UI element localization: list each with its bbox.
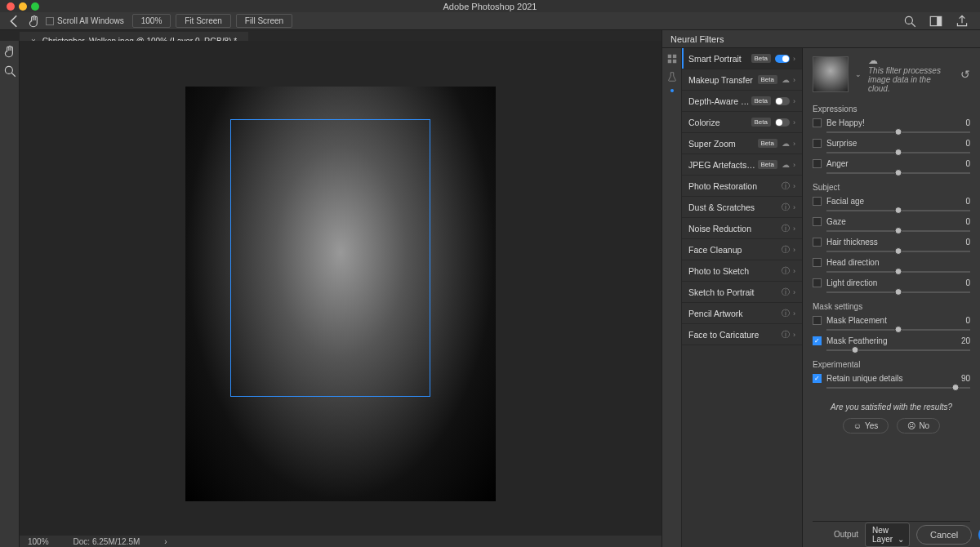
filter-item-sketch-to-portrait[interactable]: Sketch to Portraitⓘ›: [682, 282, 802, 303]
info-icon[interactable]: ⓘ: [782, 308, 790, 319]
slider-checkbox[interactable]: [813, 139, 822, 148]
info-icon[interactable]: ⓘ: [782, 287, 790, 298]
status-chevron-icon[interactable]: ›: [164, 537, 167, 546]
filter-item-jpeg-artefacts-r-[interactable]: JPEG Artefacts R...Beta☁›: [682, 154, 802, 176]
slider-checkbox[interactable]: [813, 316, 822, 325]
filter-item-photo-to-sketch[interactable]: Photo to Sketchⓘ›: [682, 260, 802, 282]
filter-item-noise-reduction[interactable]: Noise Reductionⓘ›: [682, 218, 802, 239]
info-icon[interactable]: ⓘ: [782, 223, 790, 234]
slider-checkbox[interactable]: [813, 197, 822, 206]
search-icon[interactable]: [902, 14, 918, 29]
slider-track[interactable]: [826, 387, 970, 389]
filter-name: Makeup Transfer: [688, 75, 758, 85]
zoom-level-button[interactable]: 100%: [132, 14, 172, 28]
slider-checkbox[interactable]: [813, 217, 822, 226]
slider-track[interactable]: [826, 152, 970, 153]
feedback-no-button[interactable]: ☹No: [897, 418, 940, 434]
filter-item-face-to-caricature[interactable]: Face to Caricatureⓘ›: [682, 324, 802, 345]
output-dropdown[interactable]: New Layer ⌄: [865, 523, 910, 547]
slider-label: Mask Feathering: [826, 336, 887, 345]
filter-item-colorize[interactable]: ColorizeBeta›: [682, 112, 802, 133]
filter-item-super-zoom[interactable]: Super ZoomBeta☁›: [682, 133, 802, 154]
filter-toggle[interactable]: [775, 55, 790, 63]
filter-item-depth-aware-h-[interactable]: Depth-Aware H...Beta›: [682, 91, 802, 112]
category-indicator: [670, 89, 674, 92]
workspace-icon[interactable]: [928, 14, 944, 29]
slider-checkbox[interactable]: [813, 336, 822, 345]
face-dropdown-icon[interactable]: ⌄: [855, 70, 862, 78]
slider-track[interactable]: [826, 329, 970, 331]
maximize-window[interactable]: [31, 2, 39, 11]
cloud-download-icon[interactable]: ☁: [782, 160, 790, 169]
hand-tool-icon[interactable]: [2, 44, 17, 59]
minimize-window[interactable]: [19, 2, 27, 11]
slider-checkbox[interactable]: [813, 278, 822, 287]
slider-value: 0: [965, 118, 970, 127]
beta-badge: Beta: [751, 118, 771, 127]
face-preview-thumbnail[interactable]: [813, 56, 849, 92]
close-window[interactable]: [7, 2, 15, 11]
filter-item-smart-portrait[interactable]: Smart PortraitBeta›: [682, 48, 802, 69]
slider-track[interactable]: [826, 349, 970, 351]
filter-name: Photo to Sketch: [688, 266, 782, 276]
share-icon[interactable]: [954, 14, 970, 29]
slider-thumb[interactable]: [895, 268, 902, 275]
filter-item-pencil-artwork[interactable]: Pencil Artworkⓘ›: [682, 303, 802, 324]
slider-checkbox[interactable]: [813, 258, 822, 267]
filter-item-makeup-transfer[interactable]: Makeup TransferBeta☁›: [682, 69, 802, 91]
slider-thumb[interactable]: [895, 128, 902, 136]
slider-track[interactable]: [826, 291, 970, 293]
cancel-button[interactable]: Cancel: [916, 525, 972, 545]
slider-thumb[interactable]: [895, 227, 902, 234]
fill-screen-button[interactable]: Fill Screen: [236, 14, 292, 28]
slider-track[interactable]: [826, 210, 970, 211]
chevron-right-icon: ›: [793, 182, 795, 190]
info-icon[interactable]: ⓘ: [782, 180, 790, 192]
slider-light-direction: Light direction0: [813, 278, 970, 293]
filter-toggle[interactable]: [775, 97, 790, 105]
chevron-right-icon: ›: [793, 161, 795, 169]
canvas-area[interactable]: [20, 41, 662, 547]
slider-track[interactable]: [826, 131, 970, 133]
slider-checkbox[interactable]: [813, 159, 822, 168]
info-icon[interactable]: ⓘ: [782, 244, 790, 256]
slider-thumb[interactable]: [895, 149, 902, 156]
slider-checkbox[interactable]: [813, 374, 822, 383]
feedback-yes-button[interactable]: ☺Yes: [843, 418, 889, 434]
slider-track[interactable]: [826, 251, 970, 252]
reset-icon[interactable]: ↺: [960, 68, 970, 81]
category-all-icon[interactable]: [666, 53, 678, 64]
face-selection-box[interactable]: [230, 119, 430, 397]
slider-thumb[interactable]: [895, 326, 902, 333]
slider-thumb[interactable]: [895, 169, 902, 176]
back-button[interactable]: [7, 14, 23, 29]
slider-track[interactable]: [826, 230, 970, 232]
filter-name: JPEG Artefacts R...: [688, 160, 758, 170]
info-icon[interactable]: ⓘ: [782, 329, 790, 340]
svg-point-0: [905, 16, 912, 24]
slider-surprise: Surprise0: [813, 139, 970, 153]
slider-checkbox[interactable]: [813, 238, 822, 247]
hand-icon[interactable]: [26, 14, 42, 29]
filter-item-dust-scratches[interactable]: Dust & Scratchesⓘ›: [682, 197, 802, 218]
cloud-download-icon[interactable]: ☁: [782, 75, 790, 84]
slider-thumb[interactable]: [895, 207, 902, 214]
info-icon[interactable]: ⓘ: [782, 202, 790, 213]
filter-item-face-cleanup[interactable]: Face Cleanupⓘ›: [682, 239, 802, 260]
filter-toggle[interactable]: [775, 118, 790, 127]
slider-thumb[interactable]: [895, 247, 902, 255]
filter-item-photo-restoration[interactable]: Photo Restorationⓘ›: [682, 176, 802, 197]
fit-screen-button[interactable]: Fit Screen: [176, 14, 231, 28]
slider-checkbox[interactable]: [813, 118, 822, 127]
slider-track[interactable]: [826, 172, 970, 174]
category-beta-icon[interactable]: [666, 71, 678, 82]
slider-thumb[interactable]: [895, 288, 902, 296]
slider-thumb[interactable]: [852, 346, 859, 354]
zoom-tool-icon[interactable]: [2, 64, 17, 78]
cloud-download-icon[interactable]: ☁: [782, 139, 790, 148]
scroll-all-windows-checkbox[interactable]: Scroll All Windows: [46, 16, 124, 25]
slider-track[interactable]: [826, 271, 970, 273]
info-icon[interactable]: ⓘ: [782, 265, 790, 277]
title-bar: Adobe Photoshop 2021: [0, 0, 980, 12]
slider-thumb[interactable]: [952, 384, 960, 391]
